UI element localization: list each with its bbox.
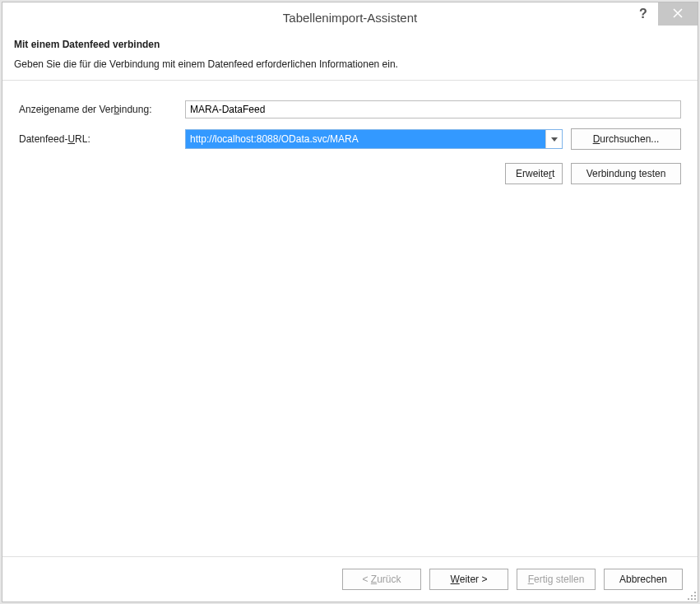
wizard-footer: < Zurück Weiter > Fertig stellen Abbrech… bbox=[2, 556, 698, 602]
url-value[interactable]: http://localhost:8088/OData.svc/MARA bbox=[186, 130, 545, 148]
svg-point-3 bbox=[688, 598, 689, 600]
help-icon: ? bbox=[639, 7, 647, 21]
wizard-heading: Mit einem Datenfeed verbinden bbox=[14, 39, 686, 50]
browse-button[interactable]: Durchsuchen... bbox=[571, 128, 681, 150]
advanced-button[interactable]: Erweitert bbox=[505, 163, 563, 184]
svg-point-4 bbox=[691, 598, 693, 600]
svg-point-1 bbox=[691, 595, 693, 597]
help-button[interactable]: ? bbox=[628, 2, 658, 26]
chevron-down-icon bbox=[551, 133, 558, 145]
next-button[interactable]: Weiter > bbox=[429, 569, 508, 590]
url-combobox[interactable]: http://localhost:8088/OData.svc/MARA bbox=[185, 129, 563, 149]
connection-name-label: Anzeigename der Verbindung: bbox=[19, 104, 185, 115]
wizard-description: Geben Sie die für die Verbindung mit ein… bbox=[14, 58, 686, 70]
connection-name-input[interactable] bbox=[185, 100, 681, 118]
svg-point-5 bbox=[694, 598, 696, 600]
close-icon bbox=[673, 8, 683, 21]
wizard-header: Mit einem Datenfeed verbinden Geben Sie … bbox=[2, 32, 698, 81]
back-button: < Zurück bbox=[342, 569, 421, 590]
svg-point-0 bbox=[694, 592, 696, 593]
test-connection-button[interactable]: Verbindung testen bbox=[571, 163, 681, 184]
titlebar: Tabellenimport-Assistent ? bbox=[2, 2, 698, 32]
close-button[interactable] bbox=[658, 2, 698, 26]
resize-grip[interactable] bbox=[685, 589, 697, 601]
wizard-content: Anzeigename der Verbindung: Datenfeed-UR… bbox=[2, 81, 698, 556]
finish-button: Fertig stellen bbox=[517, 569, 596, 590]
svg-point-2 bbox=[694, 595, 696, 597]
cancel-button[interactable]: Abbrechen bbox=[604, 569, 683, 590]
url-label: Datenfeed-URL: bbox=[19, 133, 185, 145]
window-title: Tabellenimport-Assistent bbox=[283, 11, 417, 25]
url-dropdown-button[interactable] bbox=[545, 130, 562, 148]
